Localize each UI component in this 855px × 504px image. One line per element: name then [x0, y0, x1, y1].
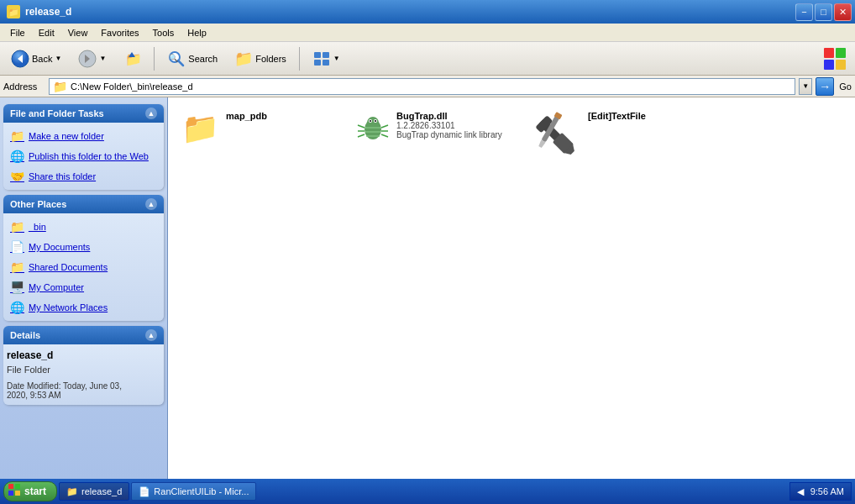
bugtrap-dll-info: BugTrap.dll 1.2.2826.33101 BugTrap dynam… — [396, 111, 502, 139]
edit-textfile-name: [Edit]TextFile — [588, 111, 646, 121]
minimize-button[interactable]: − — [795, 3, 813, 21]
panel-other-places: Other Places ▲ 📁 _bin 📄 My Documents 📁 S… — [3, 195, 164, 321]
back-button[interactable]: Back ▼ — [3, 45, 69, 72]
titlebar: 📁 release_d − □ ✕ — [0, 0, 855, 24]
taskbar-release-d-icon: 📁 — [66, 486, 78, 497]
sidebar-item-my-computer[interactable]: 🖥️ My Computer — [7, 279, 160, 296]
sidebar-item-my-documents[interactable]: 📄 My Documents — [7, 239, 160, 255]
edit-textfile-icon — [531, 111, 581, 161]
collapse-other-places[interactable]: ▲ — [145, 198, 157, 210]
go-label: Go — [839, 81, 852, 92]
shared-documents-icon: 📁 — [10, 260, 24, 274]
toolbar-sep-1 — [154, 47, 155, 71]
up-icon: 📁 — [123, 50, 141, 68]
publish-web-icon: 🌐 — [10, 150, 24, 163]
toolbar-sep-2 — [299, 47, 300, 71]
panel-other-places-title: Other Places — [10, 199, 66, 209]
start-button[interactable]: start — [3, 481, 57, 501]
folders-button[interactable]: 📁 Folders — [227, 45, 294, 72]
menu-tools[interactable]: Tools — [146, 26, 181, 39]
make-folder-label: Make a new folder — [29, 131, 104, 141]
titlebar-title: release_d — [25, 6, 71, 18]
taskbar-item-ranclientuilib[interactable]: 📄 RanClientUILib - Micr... — [131, 482, 256, 501]
svg-rect-39 — [8, 484, 13, 489]
menu-help[interactable]: Help — [181, 26, 213, 39]
file-item-map-pdb[interactable]: 📁 map_pdb — [178, 108, 346, 165]
address-text: C:\New Folder\_bin\release_d — [71, 81, 791, 92]
shared-documents-label: Shared Documents — [29, 262, 108, 272]
up-button[interactable]: 📁 — [115, 45, 149, 72]
search-button[interactable]: 🔍 Search — [160, 45, 225, 72]
search-icon: 🔍 — [167, 50, 186, 68]
toolbar: Back ▼ ▼ 📁 🔍 Search — [0, 42, 855, 76]
panel-other-places-body: 📁 _bin 📄 My Documents 📁 Shared Documents… — [3, 213, 164, 321]
panel-details-header[interactable]: Details ▲ — [3, 326, 164, 344]
addressbar: Address 📁 C:\New Folder\_bin\release_d ▼… — [0, 76, 855, 97]
bugtrap-dll-description: BugTrap dynamic link library — [396, 130, 502, 139]
forward-button[interactable]: ▼ — [71, 45, 113, 72]
svg-rect-13 — [824, 48, 834, 58]
views-dropdown-icon[interactable]: ▼ — [333, 55, 340, 62]
make-folder-icon: 📁 — [10, 129, 24, 143]
svg-text:🔍: 🔍 — [169, 53, 179, 63]
file-item-bugtrap-dll[interactable]: BugTrap.dll 1.2.2826.33101 BugTrap dynam… — [353, 108, 521, 165]
collapse-details[interactable]: ▲ — [145, 329, 157, 341]
svg-point-21 — [370, 120, 371, 122]
views-button[interactable]: ▼ — [305, 45, 348, 72]
menu-view[interactable]: View — [61, 26, 95, 39]
svg-rect-10 — [323, 52, 329, 58]
collapse-file-folder-tasks[interactable]: ▲ — [145, 108, 157, 119]
map-pdb-name: map_pdb — [226, 111, 267, 121]
svg-rect-12 — [323, 60, 329, 66]
forward-dropdown-icon[interactable]: ▼ — [99, 55, 106, 62]
panel-file-folder-tasks-title: File and Folder Tasks — [10, 108, 104, 118]
network-places-label: My Network Places — [29, 302, 108, 312]
panel-file-folder-tasks-header[interactable]: File and Folder Tasks ▲ — [3, 104, 164, 123]
edit-textfile-info: [Edit]TextFile — [588, 111, 646, 121]
menu-file[interactable]: File — [3, 26, 32, 39]
file-item-edit-textfile[interactable]: [Edit]TextFile — [527, 108, 695, 165]
sidebar-item-make-folder[interactable]: 📁 Make a new folder — [7, 128, 160, 144]
my-computer-icon: 🖥️ — [10, 281, 24, 294]
taskbar-release-d-label: release_d — [81, 486, 122, 496]
menu-favorites[interactable]: Favorites — [94, 26, 145, 39]
panel-other-places-header[interactable]: Other Places ▲ — [3, 195, 164, 213]
titlebar-left: 📁 release_d — [7, 5, 71, 18]
views-icon — [312, 50, 331, 68]
map-pdb-info: map_pdb — [226, 111, 267, 121]
svg-rect-41 — [8, 491, 13, 496]
menu-edit[interactable]: Edit — [32, 26, 61, 39]
sidebar-item-network-places[interactable]: 🌐 My Network Places — [7, 299, 160, 316]
main-content: File and Folder Tasks ▲ 📁 Make a new fol… — [0, 97, 855, 479]
windows-logo — [818, 42, 852, 76]
back-icon — [11, 50, 29, 68]
maximize-button[interactable]: □ — [815, 3, 832, 21]
taskbar-arrow-icon: ◀ — [797, 486, 804, 497]
back-dropdown-icon[interactable]: ▼ — [55, 55, 61, 62]
svg-point-22 — [375, 120, 376, 122]
start-logo — [8, 483, 21, 500]
taskbar-ranclientuilib-label: RanClientUILib - Micr... — [154, 486, 249, 496]
sidebar-item-publish-web[interactable]: 🌐 Publish this folder to the Web — [7, 148, 160, 165]
taskbar-clock-area: ◀ 9:56 AM — [789, 482, 852, 501]
taskbar: start 📁 release_d 📄 RanClientUILib - Mic… — [0, 479, 855, 504]
titlebar-buttons: − □ ✕ — [795, 3, 852, 21]
publish-web-label: Publish this folder to the Web — [29, 151, 149, 161]
close-button[interactable]: ✕ — [834, 3, 852, 21]
bugtrap-dll-icon — [356, 111, 390, 151]
address-field[interactable]: 📁 C:\New Folder\_bin\release_d — [49, 78, 795, 95]
bugtrap-dll-version: 1.2.2826.33101 — [396, 121, 502, 130]
sidebar-item-share-folder[interactable]: 🤝 Share this folder — [7, 168, 160, 185]
panel-details-body: release_d File Folder Date Modified: Tod… — [3, 344, 164, 405]
svg-rect-42 — [15, 491, 20, 496]
address-dropdown[interactable]: ▼ — [799, 78, 812, 95]
sidebar-item-shared-documents[interactable]: 📁 Shared Documents — [7, 259, 160, 276]
sidebar-item-bin[interactable]: 📁 _bin — [7, 218, 160, 235]
svg-line-25 — [358, 134, 365, 137]
svg-rect-11 — [314, 60, 321, 66]
go-arrow[interactable]: → — [816, 77, 834, 96]
taskbar-item-release-d[interactable]: 📁 release_d — [59, 482, 129, 501]
svg-line-23 — [358, 125, 365, 128]
svg-rect-40 — [15, 484, 20, 489]
start-label: start — [24, 486, 46, 497]
